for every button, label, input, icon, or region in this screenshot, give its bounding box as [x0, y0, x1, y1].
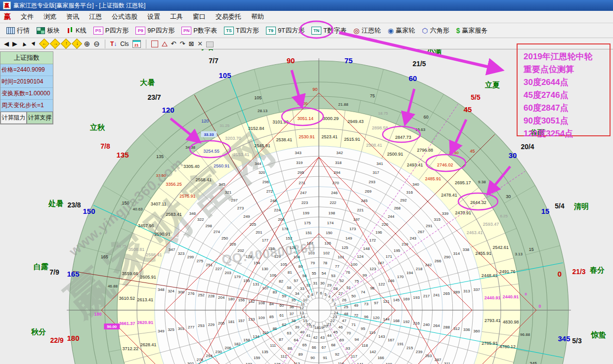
wheel-spiral-number: 344 — [255, 162, 262, 166]
candlestick-icon — [67, 27, 74, 34]
wheel-spiral-number: 48 — [344, 312, 349, 316]
toolbar-9t-square-button[interactable]: T99T四方形 — [263, 25, 308, 36]
toolbar-t-square-button[interactable]: TST四方形 — [220, 25, 263, 36]
pan-right-button[interactable]: → — [50, 39, 60, 49]
wheel-spiral-number: 7 — [315, 291, 318, 295]
nav-up-button[interactable]: ▲ — [19, 39, 28, 49]
crosshair-button[interactable]: ✕ — [197, 40, 203, 48]
wheel-spiral-number: 87 — [279, 337, 283, 342]
wheel-label: 2785.91 — [482, 341, 498, 346]
wheel-spiral-number: 215 — [406, 346, 413, 350]
wheel-spiral-number: 247 — [300, 191, 307, 195]
toolbar-hexagon-button[interactable]: ⬡六角形 — [418, 25, 452, 36]
wheel-label: 90 — [312, 87, 317, 92]
wheel-label: 2628.41 — [140, 342, 157, 347]
wheel-spiral-number: 6 — [320, 291, 322, 295]
wheel-label: 43.75 — [117, 244, 127, 248]
toolbar-winner-wheel-button[interactable]: ◉赢家轮 — [384, 25, 418, 36]
wheel-spiral-number: 56 — [302, 274, 306, 278]
wheel-spiral-number: 302 — [187, 362, 194, 364]
wheel-spiral-number: 22 — [330, 319, 335, 323]
menu-item-settings[interactable]: 设置 — [142, 11, 165, 23]
pan-up-button[interactable]: ↑ — [61, 39, 71, 49]
wheel-spiral-number: 240 — [423, 323, 430, 327]
board-button[interactable] — [206, 41, 214, 47]
wheel-spiral-number: 322 — [197, 217, 204, 222]
rotate-ccw-button[interactable]: ↶ — [171, 40, 176, 48]
menu-item-gann[interactable]: 江恩 — [84, 11, 107, 23]
square-tool-button[interactable] — [151, 40, 158, 47]
menu-item-file[interactable]: 文件 — [16, 11, 39, 23]
toolbar-p-table-button[interactable]: PNP数字表 — [178, 25, 220, 36]
toolbar-9p-square-button[interactable]: P99P四方形 — [132, 25, 178, 36]
price-scale-button[interactable]: T↓ — [110, 40, 117, 47]
wheel-spiral-number: 300 — [178, 290, 185, 294]
toolbar-sectors-button[interactable]: 板块 — [33, 25, 63, 36]
wheel-outside-label: 21/3 — [572, 268, 585, 276]
menu-item-tools[interactable]: 工具 — [165, 11, 188, 23]
wheel-spiral-number: 318 — [335, 161, 342, 165]
wheel-label: 2478.41 — [441, 193, 457, 198]
wheel-spiral-number: 67 — [321, 345, 326, 350]
wheel-spiral-number: 340 — [412, 182, 419, 187]
pan-down-button[interactable]: ↓ — [72, 39, 82, 49]
window-title: 赢家江恩专业版[赢家服务平台] - [上证指数 江恩轮] — [13, 1, 145, 10]
wheel-spiral-number: 245 — [361, 199, 368, 203]
wheel-spiral-number: 248 — [270, 199, 277, 203]
zoom-out-button[interactable]: ⊖ — [93, 40, 100, 48]
app-window: { "window": { "title": "赢家江恩专业版[赢家服务平台] … — [0, 0, 613, 364]
cls-button[interactable]: Cls — [120, 40, 129, 48]
calc-support-button[interactable]: 计算支撑 — [27, 112, 53, 124]
nav-back-button[interactable]: ◀ — [4, 40, 9, 48]
wheel-spiral-number: 102 — [323, 251, 330, 255]
menu-item-browse[interactable]: 浏览 — [39, 11, 61, 23]
calendar-button[interactable]: 21 — [132, 40, 141, 48]
wheel-label: 3000.29 — [322, 116, 339, 121]
wheel-spiral-number: 124 — [357, 254, 364, 259]
wheel-label: 75 — [370, 93, 375, 98]
wheel-spiral-number: 183 — [246, 362, 253, 364]
toolbar-p-square-button[interactable]: PSP四方形 — [90, 25, 132, 36]
menu-item-news[interactable]: 资讯 — [61, 11, 84, 23]
toolbar-t-table-button[interactable]: TNT数字表 — [308, 25, 350, 36]
wheel-label: 105 — [254, 95, 262, 100]
wheel-spiral-number: 166 — [378, 356, 385, 360]
wheel-spiral-number: 28 — [333, 286, 338, 291]
wheel-label: 2523.41 — [321, 134, 338, 139]
calc-resistance-button[interactable]: 计算阻力 — [0, 112, 27, 124]
menu-item-window[interactable]: 窗口 — [188, 11, 211, 23]
pan-left-button[interactable]: ← — [39, 39, 49, 49]
wheel-spiral-number: 269 — [365, 189, 372, 194]
nav-forward-button[interactable]: ▶ — [12, 40, 17, 48]
toolbar-winner-service-button[interactable]: $赢家服务 — [453, 25, 491, 36]
wheel-label: 2530.91 — [299, 134, 315, 139]
rotate-cw-button[interactable]: ↷ — [180, 40, 185, 48]
price-readout: 价格=2440.9099 — [0, 64, 53, 76]
wheel-spiral-number: 111 — [270, 343, 276, 348]
wheel-spiral-number: 49 — [354, 303, 358, 308]
wheel-spiral-number: 253 — [198, 324, 205, 328]
menu-item-help[interactable]: 帮助 — [246, 11, 269, 23]
wheel-spiral-number: 200 — [278, 217, 285, 222]
wheel-label: 120 — [201, 119, 209, 123]
triangle-tool-button[interactable] — [162, 41, 168, 46]
nav-down-button[interactable]: ▼ — [29, 39, 38, 49]
wheel-spiral-number: 68 — [331, 343, 336, 347]
wheel-spiral-number: 267 — [418, 230, 425, 234]
select-box-button[interactable]: ⊠ — [188, 40, 194, 48]
wheel-spiral-number: 266 — [435, 259, 441, 263]
toolbar-kline-button[interactable]: K线 — [63, 25, 90, 36]
zoom-in-button[interactable]: ⊕ — [84, 40, 90, 48]
toolbar-quotes-button[interactable]: 行情 — [3, 25, 33, 36]
ts-badge-icon: TS — [224, 27, 234, 35]
wheel-spiral-number: 37 — [290, 312, 294, 316]
title-bar[interactable]: 赢 赢家江恩专业版[赢家服务平台] - [上证指数 江恩轮] — [0, 0, 613, 11]
wheel-spiral-number: 65 — [302, 343, 306, 347]
toolbar-gann-wheel-button[interactable]: ◎江恩轮 — [350, 25, 384, 36]
wheel-spiral-number: 152 — [286, 236, 293, 241]
wheel-spiral-number: 150 — [326, 231, 333, 235]
wheel-label: 2613.41 — [137, 297, 153, 302]
menu-item-stock-picker[interactable]: 公式选股 — [107, 11, 142, 23]
wheel-spiral-number: 229 — [208, 323, 215, 327]
menu-item-trading[interactable]: 交易委托 — [211, 11, 246, 23]
